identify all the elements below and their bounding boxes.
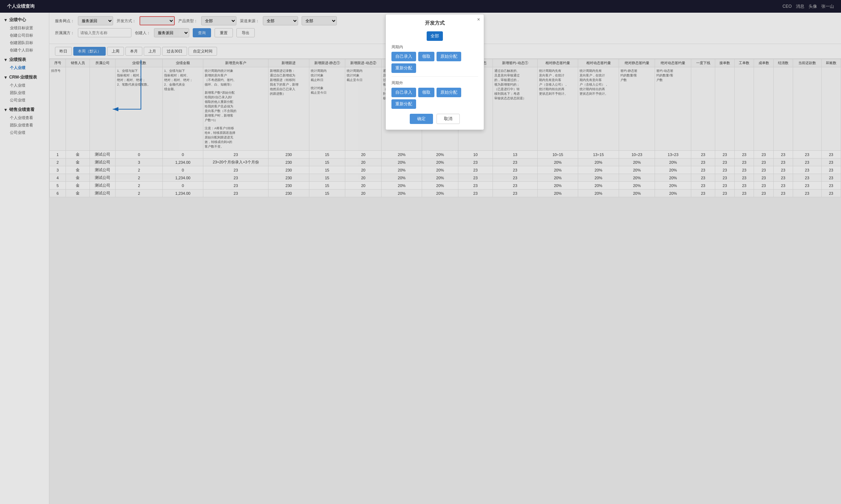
modal-overlay: 开发方式 × 全部 周期内 自己录入 领取 原始分配 重新分配 周期外 自己录入… bbox=[0, 0, 841, 504]
period-out-original[interactable]: 原始分配 bbox=[437, 88, 461, 97]
dev-method-modal: 开发方式 × 全部 周期内 自己录入 领取 原始分配 重新分配 周期外 自己录入… bbox=[385, 14, 484, 130]
period-out-receive[interactable]: 领取 bbox=[418, 88, 434, 97]
modal-all-button[interactable]: 全部 bbox=[427, 31, 443, 41]
period-in-buttons: 自己录入 领取 原始分配 重新分配 bbox=[391, 52, 478, 73]
modal-title: 开发方式 bbox=[391, 20, 478, 26]
period-in-original[interactable]: 原始分配 bbox=[437, 52, 461, 61]
period-out-self-enter[interactable]: 自己录入 bbox=[391, 88, 416, 97]
period-out-label: 周期外 bbox=[391, 80, 478, 86]
period-out-buttons: 自己录入 领取 原始分配 重新分配 bbox=[391, 88, 478, 109]
period-in-self-enter[interactable]: 自己录入 bbox=[391, 52, 416, 61]
modal-confirm-button[interactable]: 确定 bbox=[410, 114, 433, 124]
period-in-receive[interactable]: 领取 bbox=[418, 52, 434, 61]
period-in-reassign[interactable]: 重新分配 bbox=[391, 63, 416, 73]
period-in-label: 周期内 bbox=[391, 44, 478, 50]
period-out-reassign[interactable]: 重新分配 bbox=[391, 99, 416, 109]
modal-close-button[interactable]: × bbox=[477, 17, 480, 22]
modal-cancel-button[interactable]: 取消 bbox=[437, 114, 460, 124]
